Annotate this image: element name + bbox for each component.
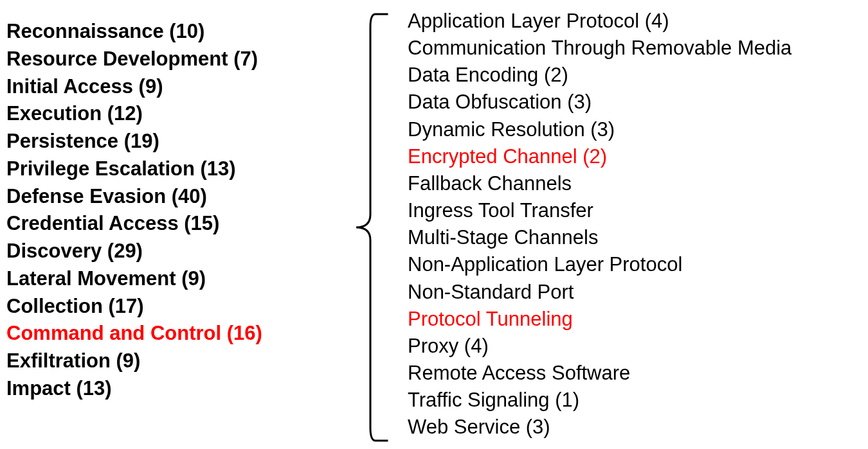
tactic-item: Reconnaissance (10) — [6, 18, 347, 46]
technique-item-highlighted: Encrypted Channel (2) — [408, 143, 791, 170]
technique-item: Remote Access Software — [408, 360, 791, 387]
tactic-item: Persistence (19) — [6, 128, 347, 155]
technique-item: Data Obfuscation (3) — [408, 89, 791, 116]
tactic-item: Impact (13) — [6, 375, 347, 403]
tactic-item: Collection (17) — [6, 293, 347, 321]
tactic-item: Initial Access (9) — [6, 73, 347, 101]
tactic-item: Defense Evasion (40) — [6, 183, 347, 211]
tactic-item: Resource Development (7) — [6, 46, 347, 73]
technique-item: Application Layer Protocol (4) — [408, 8, 791, 35]
technique-item: Proxy (4) — [408, 333, 791, 360]
tactic-item: Lateral Movement (9) — [6, 265, 347, 293]
techniques-column: Application Layer Protocol (4) Communica… — [399, 6, 791, 441]
technique-item: Traffic Signaling (1) — [408, 387, 791, 414]
tactics-column: Reconnaissance (10) Resource Development… — [6, 6, 347, 403]
tactic-item: Exfiltration (9) — [6, 348, 347, 375]
technique-item: Dynamic Resolution (3) — [408, 116, 791, 143]
tactic-item: Credential Access (15) — [6, 210, 347, 238]
technique-item: Multi-Stage Channels — [408, 224, 791, 251]
technique-item: Web Service (3) — [408, 414, 791, 441]
tactic-item: Execution (12) — [6, 100, 347, 128]
technique-item: Ingress Tool Transfer — [408, 197, 791, 224]
tactic-item: Discovery (29) — [6, 238, 347, 265]
tactic-item: Privilege Escalation (13) — [6, 155, 347, 183]
technique-item-highlighted: Protocol Tunneling — [408, 306, 791, 333]
tactic-item-selected: Command and Control (16) — [6, 320, 347, 348]
technique-item: Communication Through Removable Media — [408, 35, 791, 62]
technique-item: Fallback Channels — [408, 170, 791, 197]
diagram-container: Reconnaissance (10) Resource Development… — [0, 0, 868, 449]
technique-item: Non-Standard Port — [408, 279, 791, 306]
technique-item: Data Encoding (2) — [408, 62, 791, 89]
technique-item: Non-Application Layer Protocol — [408, 251, 791, 278]
curly-bracket-icon — [347, 6, 399, 446]
